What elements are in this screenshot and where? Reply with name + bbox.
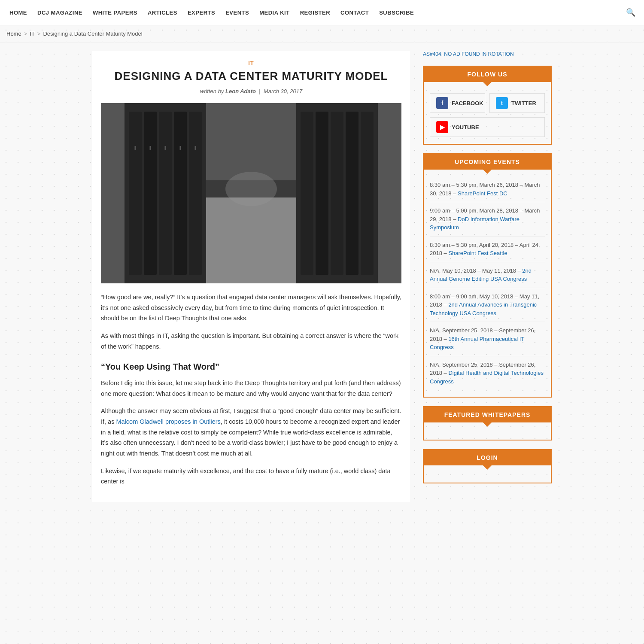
facebook-icon: f: [436, 97, 448, 109]
sidebar: AS#404: NO AD FOUND IN ROTATION FOLLOW U…: [423, 51, 552, 502]
upcoming-events-content: 8:30 am – 5:30 pm, March 26, 2018 – Marc…: [424, 170, 551, 397]
svg-rect-7: [159, 112, 172, 275]
svg-rect-11: [301, 112, 313, 275]
follow-grid: f FACEBOOK t TWITTER ▶ YOUTUBE: [430, 93, 545, 137]
svg-rect-8: [174, 112, 187, 275]
youtube-label: YOUTUBE: [452, 124, 479, 131]
nav-articles[interactable]: ARTICLES: [143, 2, 182, 24]
article-title: DESIGNING A DATA CENTER MATURITY MODEL: [101, 70, 401, 83]
upcoming-events-box: UPCOMING EVENTS 8:30 am – 5:30 pm, March…: [423, 153, 552, 398]
nav-experts[interactable]: EXPERTS: [182, 2, 220, 24]
svg-rect-12: [316, 112, 328, 275]
svg-rect-9: [189, 112, 202, 275]
event-item-7: N/A, September 25, 2018 – September 26, …: [430, 356, 545, 390]
event-item-3: 8:30 am – 5:30 pm, April 20, 2018 – Apri…: [430, 237, 545, 262]
event-item-1: 8:30 am – 5:30 pm, March 26, 2018 – Marc…: [430, 176, 545, 202]
svg-rect-15: [361, 112, 374, 275]
written-by-label: written by: [200, 88, 224, 94]
breadcrumb-sep-2: >: [37, 30, 41, 37]
featured-whitepapers-box: FEATURED WHITEPAPERS: [423, 406, 552, 440]
article-para-4: Although the answer may seem obvious at …: [101, 406, 401, 459]
twitter-label: TWITTER: [511, 100, 536, 106]
article-tag: IT: [101, 60, 401, 66]
nav-events[interactable]: EVENTS: [220, 2, 254, 24]
article-image: [101, 103, 401, 283]
nav-white-papers[interactable]: WHITE PAPERS: [88, 2, 143, 24]
nav-contact[interactable]: CONTACT: [335, 2, 374, 24]
event-item-4: N/A, May 10, 2018 – May 11, 2018 – 2nd A…: [430, 262, 545, 288]
featured-whitepapers-header: FEATURED WHITEPAPERS: [424, 407, 551, 422]
main-content: IT DESIGNING A DATA CENTER MATURITY MODE…: [92, 51, 410, 502]
svg-rect-14: [346, 112, 358, 275]
outliers-link[interactable]: Malcom Gladwell proposes in Outliers: [116, 418, 220, 425]
login-header: LOGIN: [424, 450, 551, 465]
page-layout: IT DESIGNING A DATA CENTER MATURITY MODE…: [86, 43, 558, 511]
svg-rect-13: [331, 112, 343, 275]
svg-rect-5: [129, 112, 142, 275]
article-para-2: As with most things in IT, asking the qu…: [101, 331, 401, 352]
nav-register[interactable]: REGISTER: [295, 2, 335, 24]
nav-dcj-magazine[interactable]: DCJ MAGAZINE: [32, 2, 88, 24]
search-icon[interactable]: 🔍: [622, 0, 640, 25]
article-section-1-title: “You Keep Using That Word”: [101, 362, 401, 372]
youtube-button[interactable]: ▶ YOUTUBE: [430, 117, 545, 137]
article-para-1: “How good are we, really?” It’s a questi…: [101, 292, 401, 324]
upcoming-events-header: UPCOMING EVENTS: [424, 154, 551, 170]
article-meta: written by Leon Adato | March 30, 2017: [101, 88, 401, 94]
article-para-5: Likewise, if we equate maturity with exc…: [101, 466, 401, 487]
follow-us-content: f FACEBOOK t TWITTER ▶ YOUTUBE: [424, 82, 551, 144]
event-time-4: N/A, May 10, 2018 – May 11, 2018 –: [430, 267, 522, 274]
follow-us-header: FOLLOW US: [424, 67, 551, 82]
nav-media-kit[interactable]: MEDIA KIT: [254, 2, 295, 24]
article-author: Leon Adato: [225, 88, 256, 94]
breadcrumb-it[interactable]: IT: [30, 30, 35, 37]
article-date: March 30, 2017: [264, 88, 302, 94]
svg-point-16: [225, 172, 277, 206]
breadcrumb: Home > IT > Designing a Data Center Matu…: [0, 25, 644, 43]
event-item-6: N/A, September 25, 2018 – September 26, …: [430, 322, 545, 356]
svg-rect-6: [144, 112, 157, 275]
nav-subscribe[interactable]: SUBSCRIBE: [374, 2, 419, 24]
event-item-5: 8:00 am – 9:00 am, May 10, 2018 – May 11…: [430, 288, 545, 322]
breadcrumb-home[interactable]: Home: [6, 30, 21, 37]
twitter-icon: t: [496, 97, 508, 109]
event-link-1[interactable]: SharePoint Fest DC: [458, 190, 507, 197]
nav-home[interactable]: HOME: [4, 2, 32, 24]
article-para-3: Before I dig into this issue, let me ste…: [101, 378, 401, 399]
sidebar-ad: AS#404: NO AD FOUND IN ROTATION: [423, 51, 552, 57]
follow-us-box: FOLLOW US f FACEBOOK t TWITTER ▶ YOUTUBE: [423, 66, 552, 145]
article-body: “How good are we, really?” It’s a questi…: [101, 292, 401, 487]
facebook-label: FACEBOOK: [452, 100, 483, 106]
breadcrumb-sep-1: >: [24, 30, 27, 37]
event-item-2: 9:00 am – 5:00 pm, March 28, 2018 – Marc…: [430, 202, 545, 237]
login-box: LOGIN: [423, 449, 552, 483]
main-nav: HOME DCJ MAGAZINE WHITE PAPERS ARTICLES …: [0, 0, 644, 25]
twitter-button[interactable]: t TWITTER: [489, 93, 545, 113]
breadcrumb-current: Designing a Data Center Maturity Model: [43, 30, 142, 37]
event-link-3[interactable]: SharePoint Fest Seattle: [448, 250, 507, 256]
facebook-button[interactable]: f FACEBOOK: [430, 93, 485, 113]
youtube-icon: ▶: [436, 121, 448, 133]
